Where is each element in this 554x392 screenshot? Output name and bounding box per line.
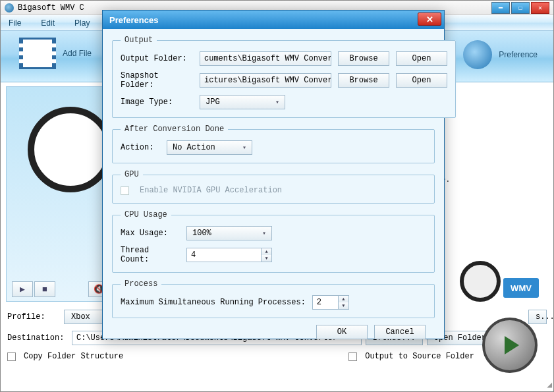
film-reel-icon	[28, 107, 113, 192]
profile-settings-button[interactable]: s...	[528, 310, 547, 324]
spin-up-icon[interactable]: ▲	[262, 248, 271, 255]
gpu-checkbox-label: Enable NVIDIA GPU Acceleration	[140, 186, 282, 195]
add-file-label: Add File	[63, 49, 92, 58]
resize-grip[interactable]: ◢	[547, 379, 552, 390]
output-to-source-label: Output to Source Folder	[365, 352, 474, 361]
wmv-badge: WMV	[460, 250, 539, 302]
menu-edit[interactable]: Edit	[41, 18, 55, 28]
output-folder-field[interactable]: cuments\Bigasoft WMV Converter	[200, 51, 331, 66]
wmv-tag: WMV	[503, 278, 539, 298]
start-conversion-button[interactable]	[482, 318, 538, 373]
output-legend: Output	[121, 36, 157, 45]
play-button[interactable]: ▶	[12, 281, 33, 297]
dialog-title: Preferences	[109, 15, 158, 25]
max-usage-select[interactable]: 100%▾	[186, 226, 272, 240]
gpu-legend: GPU	[121, 170, 143, 179]
chevron-down-icon: ▾	[242, 144, 246, 152]
image-type-select[interactable]: JPG▾	[200, 95, 285, 109]
gpu-group: GPU Enable NVIDIA GPU Acceleration	[112, 170, 435, 204]
process-legend: Process	[121, 279, 161, 289]
minimize-button[interactable]: ━	[491, 2, 510, 14]
film-icon	[19, 38, 56, 69]
stop-button[interactable]: ■	[34, 281, 55, 297]
after-conversion-legend: After Conversion Done	[121, 125, 228, 134]
process-group: Process Maximum Simultaneous Running Pro…	[112, 279, 435, 318]
image-type-label: Image Type:	[121, 98, 193, 107]
thread-count-label: Thread Count:	[121, 246, 180, 264]
snapshot-folder-field[interactable]: ictures\Bigasoft WMV Converter	[200, 73, 331, 88]
player-controls: ▶ ■ 🔇	[12, 281, 109, 297]
app-icon	[5, 3, 14, 13]
destination-label: Destination:	[7, 333, 68, 343]
spin-down-icon[interactable]: ▼	[339, 302, 348, 309]
menu-play[interactable]: Play	[74, 18, 90, 28]
preferences-dialog: Preferences ✕ Output Output Folder: cume…	[102, 10, 445, 339]
spin-down-icon[interactable]: ▼	[262, 255, 271, 262]
after-conversion-group: After Conversion Done Action: No Action▾	[112, 125, 435, 163]
max-processes-spinner[interactable]: 2 ▲▼	[312, 295, 349, 310]
action-select[interactable]: No Action▾	[167, 140, 252, 155]
snapshot-folder-browse-button[interactable]: Browse	[338, 73, 389, 88]
max-processes-label: Maximum Simultaneous Running Processes:	[121, 298, 306, 307]
spin-up-icon[interactable]: ▲	[339, 296, 348, 302]
window-controls: ━ ☐ ✕	[491, 2, 549, 14]
cpu-usage-group: CPU Usage Max Usage: 100%▾ Thread Count:…	[112, 210, 435, 273]
dialog-close-button[interactable]: ✕	[418, 13, 441, 26]
output-group: Output Output Folder: cuments\Bigasoft W…	[112, 36, 456, 118]
copy-folder-structure-label: Copy Folder Structure	[24, 352, 123, 361]
maximize-button[interactable]: ☐	[511, 2, 530, 14]
gpu-checkbox[interactable]	[121, 186, 129, 195]
cancel-button[interactable]: Cancel	[374, 325, 426, 339]
profile-selector[interactable]: Xbox	[64, 310, 103, 324]
output-to-source-checkbox[interactable]	[348, 352, 357, 361]
max-usage-label: Max Usage:	[121, 229, 180, 238]
menu-file[interactable]: File	[9, 18, 21, 28]
close-button[interactable]: ✕	[531, 2, 549, 14]
ok-button[interactable]: OK	[316, 325, 368, 339]
output-folder-browse-button[interactable]: Browse	[338, 51, 389, 66]
dialog-titlebar[interactable]: Preferences ✕	[103, 11, 444, 29]
profile-label: Profile:	[7, 312, 60, 322]
chevron-down-icon: ▾	[275, 98, 279, 106]
window-title-text: Bigasoft WMV C	[18, 3, 84, 13]
output-folder-label: Output Folder:	[121, 54, 193, 63]
reel-small-icon	[460, 261, 501, 302]
cpu-usage-legend: CPU Usage	[121, 210, 171, 219]
chevron-down-icon: ▾	[262, 229, 266, 237]
snapshot-folder-open-button[interactable]: Open	[396, 73, 447, 88]
output-folder-open-button[interactable]: Open	[396, 51, 447, 66]
action-label: Action:	[121, 143, 160, 152]
snapshot-folder-label: Snapshot Folder:	[121, 71, 193, 90]
preference-button[interactable]: Preference	[463, 40, 538, 69]
thread-count-spinner[interactable]: 4 ▲▼	[186, 248, 272, 262]
preference-label: Preference	[499, 50, 538, 59]
add-file-button[interactable]: Add File	[19, 38, 92, 69]
copy-folder-structure-checkbox[interactable]	[7, 352, 16, 361]
gear-icon	[463, 40, 492, 69]
